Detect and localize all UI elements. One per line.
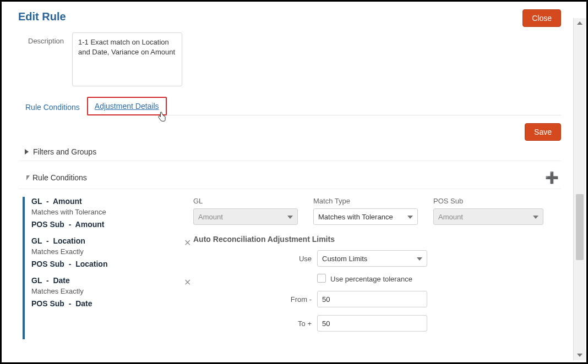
- from-input[interactable]: [317, 291, 427, 307]
- add-rule-condition-button[interactable]: ➕: [545, 171, 561, 184]
- rule-condition-item[interactable]: GL - Amount Matches with Tolerance POS S…: [31, 197, 188, 229]
- chevron-down-icon: [407, 216, 413, 219]
- filters-groups-toggle[interactable]: Filters and Groups: [25, 147, 96, 156]
- match-type-label: Match Type: [313, 197, 418, 205]
- edit-rule-dialog: Edit Rule Close Description Rule Conditi…: [2, 2, 573, 362]
- filters-groups-label: Filters and Groups: [33, 147, 96, 156]
- to-label: To +: [193, 319, 317, 328]
- use-label: Use: [193, 255, 317, 263]
- chevron-right-icon: [25, 149, 29, 155]
- limits-heading: Auto Reconciliation Adjustment Limits: [193, 235, 561, 244]
- percentage-tolerance-checkbox[interactable]: [317, 274, 326, 283]
- rule-conditions-label: Rule Conditions: [32, 173, 87, 182]
- rule-tgt-line: POS Sub - Amount: [31, 220, 188, 229]
- tab-adjustment-details[interactable]: Adjustment Details: [87, 97, 167, 115]
- close-button[interactable]: Close: [522, 9, 561, 27]
- pos-sub-label: POS Sub: [433, 197, 543, 205]
- rule-condition-item[interactable]: ✕ GL - Date Matches Exactly POS Sub - Da…: [31, 276, 188, 308]
- scroll-down-button[interactable]: [574, 350, 586, 360]
- rule-tgt-line: POS Sub - Location: [31, 260, 188, 268]
- rule-tgt-line: POS Sub - Date: [31, 299, 188, 308]
- chevron-down-icon: [287, 216, 293, 219]
- rule-src-line: GL - Location: [31, 236, 188, 245]
- chevron-down-icon: [23, 175, 30, 180]
- scrollbar-thumb[interactable]: [576, 194, 584, 260]
- gl-select: Amount: [193, 208, 298, 225]
- scroll-up-button[interactable]: [574, 18, 586, 28]
- rule-match-line: Matches with Tolerance: [31, 208, 188, 216]
- pos-sub-select: Amount: [433, 208, 543, 225]
- delete-condition-button[interactable]: ✕: [184, 238, 191, 248]
- rule-condition-item[interactable]: ✕ GL - Location Matches Exactly POS Sub …: [31, 236, 188, 268]
- rule-src-line: GL - Amount: [31, 197, 188, 206]
- chevron-down-icon: [417, 257, 422, 261]
- from-label: From -: [193, 295, 317, 304]
- delete-condition-button[interactable]: ✕: [184, 277, 191, 288]
- rule-match-line: Matches Exactly: [31, 287, 188, 295]
- chevron-down-icon: [533, 216, 538, 219]
- save-button[interactable]: Save: [525, 123, 561, 141]
- percentage-tolerance-label: Use percentage tolerance: [330, 275, 412, 283]
- rule-condition-detail: GL Amount Match Type Matches with Tolera…: [188, 197, 561, 339]
- rule-conditions-toggle[interactable]: Rule Conditions: [25, 173, 87, 182]
- description-label: Description: [28, 32, 72, 45]
- tab-rule-conditions[interactable]: Rule Conditions: [18, 98, 87, 115]
- match-type-select[interactable]: Matches with Tolerance: [313, 208, 418, 225]
- rule-condition-list: GL - Amount Matches with Tolerance POS S…: [23, 197, 188, 339]
- rule-src-line: GL - Date: [31, 276, 188, 285]
- rule-match-line: Matches Exactly: [31, 247, 188, 256]
- tabs-bar: Rule Conditions Adjustment Details: [18, 96, 561, 115]
- dialog-title: Edit Rule: [18, 10, 66, 23]
- gl-label: GL: [193, 197, 298, 205]
- use-select[interactable]: Custom Limits: [317, 250, 427, 267]
- to-input[interactable]: [317, 315, 427, 332]
- vertical-scrollbar[interactable]: [573, 18, 585, 360]
- description-input[interactable]: [72, 32, 182, 86]
